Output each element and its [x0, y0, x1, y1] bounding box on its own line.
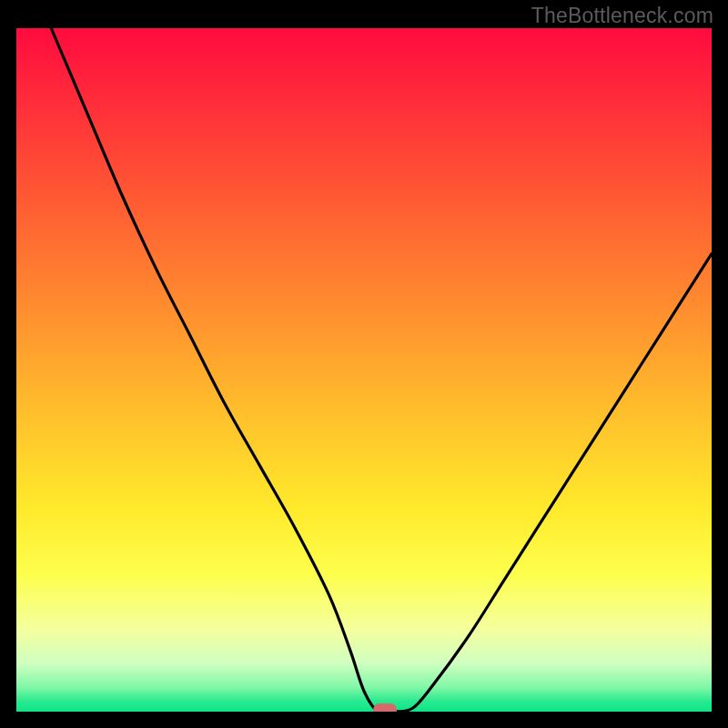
chart-frame: TheBottleneck.com — [0, 0, 728, 728]
plot-area — [16, 28, 712, 712]
optimal-marker — [373, 703, 397, 712]
bottleneck-curve — [16, 28, 712, 712]
watermark-text: TheBottleneck.com — [531, 4, 713, 28]
